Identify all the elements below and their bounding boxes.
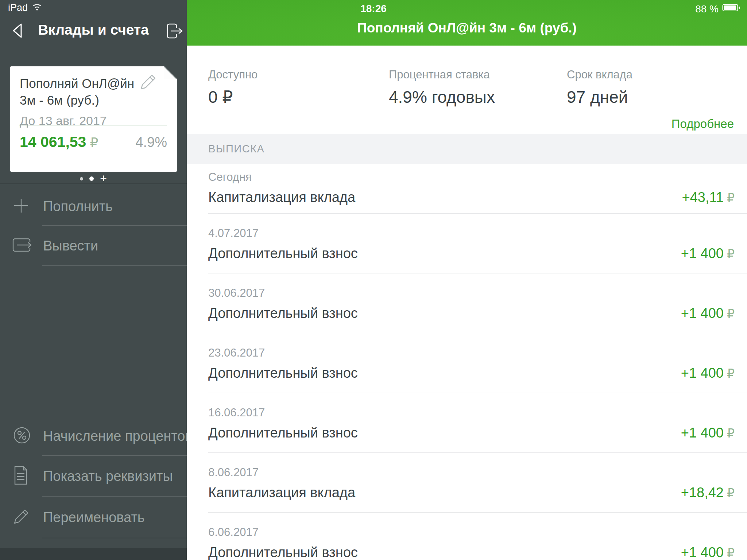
summary-label: Срок вклада [567, 68, 632, 81]
transaction-amount: +18,42 [681, 485, 724, 501]
deposit-card-rate: 4.9% [135, 135, 167, 150]
transaction-date: 4.07.2017 [208, 227, 259, 240]
deposit-title: Пополняй ОнЛ@йн 3м - 6м (руб.) [187, 20, 747, 36]
transaction-amount: +1 400 [681, 246, 724, 261]
sidebar-item-withdraw[interactable]: Вывести [0, 226, 187, 266]
transaction-title: Дополнительный взнос [208, 365, 358, 381]
sidebar-item-interest[interactable]: Начисление процентов [0, 416, 187, 456]
page-dot-active[interactable] [89, 176, 94, 181]
summary-available: Доступно 0 ₽ [208, 68, 258, 107]
sidebar-footer-strip [0, 548, 187, 560]
transaction-row[interactable]: 23.06.2017 Дополнительный взнос +1 400₽ [208, 333, 747, 393]
transaction-row[interactable]: 16.06.2017 Дополнительный взнос +1 400₽ [208, 393, 747, 453]
transaction-amount: +1 400 [681, 365, 724, 381]
summary-term: Срок вклада 97 дней [567, 68, 632, 107]
transaction-title: Капитализация вклада [208, 190, 355, 205]
transaction-currency: ₽ [727, 191, 735, 205]
edit-pencil-icon[interactable] [138, 72, 158, 92]
add-product-button[interactable]: + [100, 176, 107, 180]
page-control[interactable]: + [0, 174, 187, 183]
deposit-summary: Доступно 0 ₽ Процентная ставка 4.9% годо… [187, 46, 747, 134]
sidebar-item-label: Вывести [43, 238, 98, 254]
transaction-title: Капитализация вклада [208, 485, 355, 501]
summary-value: 4.9% годовых [389, 87, 495, 107]
main-panel: 18:26 88 % Пополняй ОнЛ@йн 3м - 6м (руб.… [187, 0, 747, 560]
transaction-amount: +43,11 [682, 190, 724, 205]
page-dot[interactable] [80, 177, 83, 180]
transaction-title: Дополнительный взнос [208, 545, 358, 560]
summary-value: 97 дней [567, 87, 632, 107]
transaction-amount: +1 400 [681, 425, 724, 441]
details-link[interactable]: Подробнее [671, 117, 734, 131]
card-out-icon [12, 237, 33, 255]
summary-label: Доступно [208, 68, 258, 81]
transaction-amount: +1 400 [681, 306, 724, 321]
wifi-icon [32, 3, 42, 12]
transaction-currency: ₽ [727, 546, 735, 560]
status-battery: 88 % [695, 3, 741, 15]
transaction-currency: ₽ [727, 486, 735, 500]
transaction-currency: ₽ [727, 366, 735, 381]
transaction-date: 30.06.2017 [208, 287, 265, 300]
sidebar-item-label: Начисление процентов [43, 428, 193, 444]
transaction-date: 23.06.2017 [208, 346, 265, 359]
deposit-card-title: Пополняй ОнЛ@йн 3м - 6м (руб.) [20, 75, 150, 109]
status-time: 18:26 [187, 3, 560, 15]
transaction-row[interactable]: 6.06.2017 Дополнительный взнос +1 400₽ [208, 513, 747, 560]
pencil-icon [12, 507, 31, 528]
battery-icon [722, 3, 741, 15]
transaction-date: 6.06.2017 [208, 526, 259, 539]
transaction-row[interactable]: Сегодня Капитализация вклада +43,11₽ [208, 164, 747, 214]
transaction-date: 8.06.2017 [208, 466, 259, 479]
deposit-card-balance: 14 061,53 [20, 133, 86, 151]
document-icon [12, 465, 30, 487]
transaction-title: Дополнительный взнос [208, 425, 358, 441]
card-fold-corner [164, 66, 177, 79]
transaction-date: Сегодня [208, 171, 252, 184]
transaction-currency: ₽ [727, 307, 735, 321]
sidebar-title: Вклады и счета [0, 22, 187, 38]
sidebar-item-label: Показать реквизиты [43, 468, 173, 484]
sidebar-item-rename[interactable]: Переименовать [0, 497, 187, 538]
statement-section-header: ВЫПИСКА [187, 134, 747, 164]
app-screen: iPad Вклады и счета [0, 0, 747, 560]
plus-icon [12, 196, 31, 217]
transaction-date: 16.06.2017 [208, 406, 265, 419]
transaction-currency: ₽ [727, 426, 735, 440]
transaction-title: Дополнительный взнос [208, 306, 358, 321]
transaction-list: Сегодня Капитализация вклада +43,11₽ 4.0… [187, 164, 747, 560]
percent-icon [12, 425, 32, 447]
carrier-label: iPad [8, 2, 28, 13]
summary-rate: Процентная ставка 4.9% годовых [389, 68, 495, 107]
sidebar-item-label: Пополнить [43, 198, 113, 214]
transaction-currency: ₽ [727, 247, 735, 261]
summary-label: Процентная ставка [389, 68, 495, 81]
sidebar-item-label: Переименовать [43, 510, 145, 525]
sidebar-item-top-up[interactable]: Пополнить [0, 187, 187, 226]
transaction-row[interactable]: 30.06.2017 Дополнительный взнос +1 400₽ [208, 273, 747, 333]
transaction-amount: +1 400 [681, 545, 724, 560]
card-divider [19, 125, 167, 125]
sidebar: iPad Вклады и счета [0, 0, 187, 560]
sidebar-separator [0, 183, 187, 184]
transaction-row[interactable]: 4.07.2017 Дополнительный взнос +1 400₽ [208, 214, 747, 273]
logout-icon[interactable] [163, 22, 183, 40]
sidebar-item-requisites[interactable]: Показать реквизиты [0, 456, 187, 497]
transaction-row[interactable]: 8.06.2017 Капитализация вклада +18,42₽ [208, 453, 747, 513]
deposit-card[interactable]: Пополняй ОнЛ@йн 3м - 6м (руб.) До 13 авг… [10, 66, 177, 172]
summary-value: 0 ₽ [208, 87, 258, 107]
battery-percent-label: 88 % [695, 3, 719, 15]
deposit-card-maturity: До 13 авг. 2017 [20, 114, 177, 128]
status-bar-left: iPad [8, 2, 42, 13]
transaction-title: Дополнительный взнос [208, 246, 358, 261]
deposit-card-currency: ₽ [90, 135, 98, 150]
deposit-header: 18:26 88 % Пополняй ОнЛ@йн 3м - 6м (руб.… [187, 0, 747, 46]
